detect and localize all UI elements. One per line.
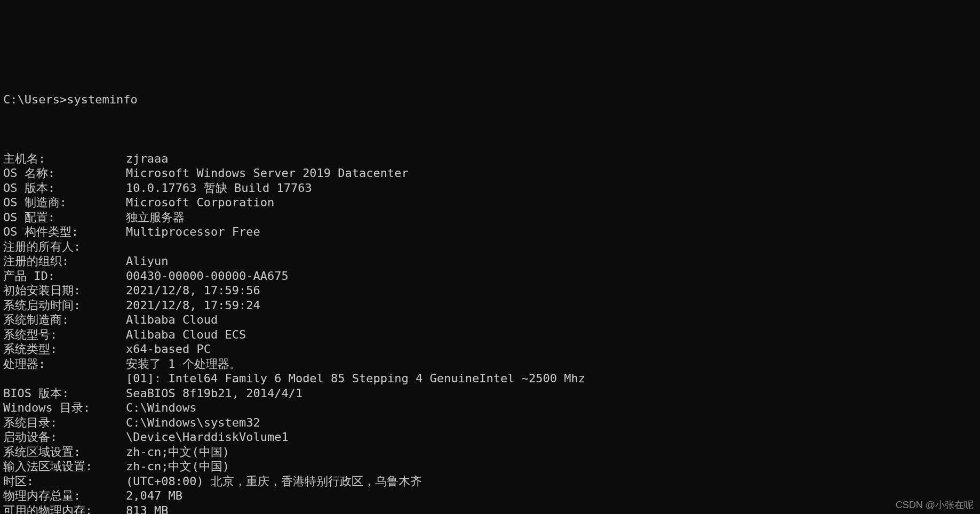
- info-label: OS 配置:: [3, 210, 126, 225]
- info-row: 系统目录:C:\Windows\system32: [3, 415, 977, 430]
- watermark-text: CSDN @小张在呢: [896, 499, 974, 511]
- info-row: 初始安装日期:2021/12/8, 17:59:56: [3, 283, 977, 298]
- info-label: 系统型号:: [3, 327, 126, 342]
- info-label: 系统类型:: [3, 342, 126, 357]
- info-row: 可用的物理内存:813 MB: [3, 503, 977, 515]
- info-label: OS 版本:: [3, 181, 126, 196]
- info-row: 输入法区域设置:zh-cn;中文(中国): [3, 459, 977, 474]
- info-label: 系统制造商:: [3, 312, 126, 327]
- info-value: Microsoft Corporation: [126, 195, 274, 210]
- info-value: Microsoft Windows Server 2019 Datacenter: [126, 166, 409, 181]
- info-value: (UTC+08:00) 北京，重庆，香港特别行政区，乌鲁木齐: [126, 474, 422, 489]
- info-label: 初始安装日期:: [3, 283, 126, 298]
- info-row: 系统启动时间:2021/12/8, 17:59:24: [3, 298, 977, 313]
- info-row: 系统型号:Alibaba Cloud ECS: [3, 327, 977, 342]
- info-label: 启动设备:: [3, 430, 126, 445]
- info-value: \Device\HarddiskVolume1: [126, 430, 289, 445]
- info-label: 可用的物理内存:: [3, 503, 126, 515]
- info-row: 主机名:zjraaa: [3, 151, 977, 166]
- info-row: 时区:(UTC+08:00) 北京，重庆，香港特别行政区，乌鲁木齐: [3, 474, 977, 489]
- info-row: OS 版本:10.0.17763 暂缺 Build 17763: [3, 181, 977, 196]
- info-row: OS 构件类型:Multiprocessor Free: [3, 224, 977, 239]
- info-value: 00430-00000-00000-AA675: [126, 269, 289, 284]
- info-label: 注册的组织:: [3, 254, 126, 269]
- info-label: 系统目录:: [3, 415, 126, 430]
- info-row: OS 制造商:Microsoft Corporation: [3, 195, 977, 210]
- info-value: 独立服务器: [126, 210, 185, 225]
- info-label: 输入法区域设置:: [3, 459, 126, 474]
- systeminfo-output: 主机名:zjraaaOS 名称:Microsoft Windows Server…: [3, 151, 977, 515]
- info-label: Windows 目录:: [3, 400, 126, 415]
- info-value: C:\Windows\system32: [126, 415, 260, 430]
- info-value: 2021/12/8, 17:59:56: [126, 283, 260, 298]
- info-label: [3, 371, 126, 386]
- info-value: Aliyun: [126, 254, 168, 269]
- info-value: Alibaba Cloud ECS: [126, 327, 246, 342]
- info-label: 系统区域设置:: [3, 445, 126, 460]
- info-row: 注册的所有人:: [3, 239, 977, 254]
- info-value: [01]: Intel64 Family 6 Model 85 Stepping…: [126, 371, 585, 386]
- info-row: OS 配置:独立服务器: [3, 210, 977, 225]
- command-prompt-line: C:\Users>systeminfo: [3, 92, 977, 107]
- info-value: 10.0.17763 暂缺 Build 17763: [126, 181, 312, 196]
- info-label: 产品 ID:: [3, 269, 126, 284]
- info-row: 启动设备:\Device\HarddiskVolume1: [3, 430, 977, 445]
- info-label: 物理内存总量:: [3, 488, 126, 503]
- info-label: 注册的所有人:: [3, 239, 126, 254]
- terminal-output[interactable]: C:\Users>systeminfo 主机名:zjraaaOS 名称:Micr…: [3, 63, 977, 514]
- info-label: OS 名称:: [3, 166, 126, 181]
- info-label: 时区:: [3, 474, 126, 489]
- info-value: 安装了 1 个处理器。: [126, 357, 241, 372]
- info-value: zjraaa: [126, 151, 168, 166]
- info-value: 813 MB: [126, 503, 168, 515]
- info-value: SeaBIOS 8f19b21, 2014/4/1: [126, 386, 302, 401]
- info-value: C:\Windows: [126, 400, 196, 415]
- info-row: BIOS 版本:SeaBIOS 8f19b21, 2014/4/1: [3, 386, 977, 401]
- info-row: 注册的组织:Aliyun: [3, 254, 977, 269]
- info-value: 2021/12/8, 17:59:24: [126, 298, 260, 313]
- info-row: [01]: Intel64 Family 6 Model 85 Stepping…: [3, 371, 977, 386]
- info-value: Multiprocessor Free: [126, 224, 260, 239]
- info-label: 主机名:: [3, 151, 126, 166]
- info-value: zh-cn;中文(中国): [126, 445, 229, 460]
- info-label: 处理器:: [3, 357, 126, 372]
- info-row: 产品 ID:00430-00000-00000-AA675: [3, 269, 977, 284]
- info-label: OS 构件类型:: [3, 224, 126, 239]
- info-row: OS 名称:Microsoft Windows Server 2019 Data…: [3, 166, 977, 181]
- info-row: 系统类型:x64-based PC: [3, 342, 977, 357]
- info-value: 2,047 MB: [126, 488, 182, 503]
- info-label: 系统启动时间:: [3, 298, 126, 313]
- info-row: 物理内存总量:2,047 MB: [3, 488, 977, 503]
- info-value: Alibaba Cloud: [126, 312, 218, 327]
- info-row: 系统制造商:Alibaba Cloud: [3, 312, 977, 327]
- info-row: 处理器:安装了 1 个处理器。: [3, 357, 977, 372]
- info-label: OS 制造商:: [3, 195, 126, 210]
- info-row: Windows 目录:C:\Windows: [3, 400, 977, 415]
- info-label: BIOS 版本:: [3, 386, 126, 401]
- info-row: 系统区域设置:zh-cn;中文(中国): [3, 445, 977, 460]
- info-value: x64-based PC: [126, 342, 211, 357]
- info-value: zh-cn;中文(中国): [126, 459, 229, 474]
